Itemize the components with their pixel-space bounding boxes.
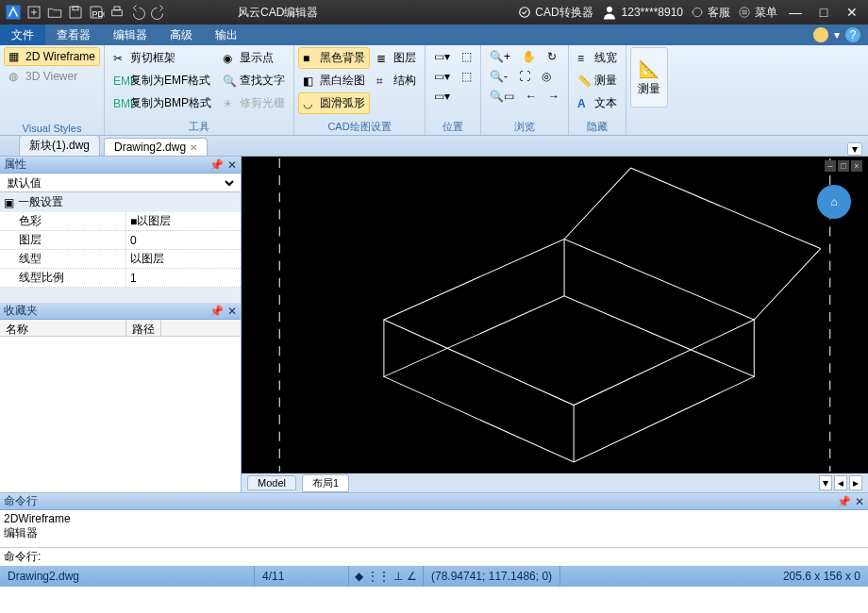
- chevron-down-icon[interactable]: ▾: [819, 475, 832, 490]
- new-icon[interactable]: [25, 3, 43, 22]
- crop-frame-button[interactable]: ✂剪切框架: [108, 47, 216, 69]
- pos-btn-1[interactable]: ▭▾: [429, 47, 455, 66]
- help-icon[interactable]: ?: [845, 27, 860, 42]
- view-cube[interactable]: ⌂: [817, 185, 851, 219]
- open-icon[interactable]: [45, 3, 64, 22]
- grid-icon[interactable]: ⋮⋮: [367, 570, 390, 583]
- menu-viewer[interactable]: 查看器: [45, 25, 102, 45]
- properties-category[interactable]: ▣一般设置: [0, 192, 241, 212]
- text-button[interactable]: A文本: [573, 92, 622, 114]
- pin-icon[interactable]: 📌: [209, 158, 224, 172]
- prop-row-color[interactable]: 色彩■ 以图层: [0, 212, 241, 231]
- menu-file[interactable]: 文件: [0, 25, 45, 45]
- doc-tab-1[interactable]: 新块(1).dwg: [19, 135, 100, 156]
- pos-btn-3[interactable]: ▭▾: [429, 87, 455, 106]
- ribbon-visual-styles: ▦2D Wireframe ◍3D Viewer Visual Styles: [0, 45, 105, 135]
- bw-icon: ◧: [303, 75, 316, 88]
- drawing-viewport[interactable]: [242, 157, 868, 473]
- ortho-icon[interactable]: ⊥: [393, 570, 403, 583]
- redo-icon[interactable]: [149, 3, 168, 22]
- support-button[interactable]: 客服: [691, 5, 730, 21]
- trim-ray-button[interactable]: ☀修剪光栅: [218, 92, 290, 114]
- orbit-button[interactable]: ◎: [537, 67, 556, 86]
- close-icon[interactable]: ✕: [227, 305, 237, 318]
- save-pdf-icon[interactable]: PDF: [87, 3, 106, 22]
- minimize-button[interactable]: —: [785, 3, 806, 22]
- copy-emf-button[interactable]: EMF复制为EMF格式: [108, 70, 216, 91]
- prop-row-layer[interactable]: 图层0: [0, 231, 241, 250]
- crop-icon: ✂: [113, 52, 126, 65]
- smooth-arc-button[interactable]: ◡圆滑弧形: [298, 92, 370, 114]
- black-bg-button[interactable]: ■黑色背景: [298, 47, 370, 69]
- app-icon[interactable]: [4, 3, 23, 22]
- zoom-in-button[interactable]: 🔍+: [485, 47, 515, 66]
- pos-btn-2[interactable]: ▭▾: [429, 67, 455, 86]
- prev-view-button[interactable]: ←: [521, 87, 542, 106]
- measure-big-button[interactable]: 📐 测量: [630, 47, 668, 108]
- close-icon[interactable]: ✕: [227, 158, 237, 172]
- viewport-controls: – □ ×: [825, 160, 862, 172]
- command-input[interactable]: [41, 552, 864, 563]
- polar-icon[interactable]: ∠: [407, 570, 417, 583]
- measure-button[interactable]: 📏测量: [573, 70, 622, 91]
- default-select[interactable]: 默认值: [4, 175, 237, 191]
- properties-grid: ▣一般设置 色彩■ 以图层 图层0 线型以图层 线型比例1: [0, 192, 241, 288]
- find-text-button[interactable]: 🔍查找文字: [218, 70, 290, 91]
- prop-row-linescale[interactable]: 线型比例1: [0, 269, 241, 288]
- max-viewport-icon[interactable]: □: [838, 160, 849, 172]
- menu-editor[interactable]: 编辑器: [102, 25, 159, 45]
- close-icon[interactable]: ✕: [190, 142, 197, 153]
- close-viewport-icon[interactable]: ×: [851, 160, 862, 172]
- fit-button[interactable]: ⛶: [514, 67, 535, 86]
- doc-tab-2[interactable]: Drawing2.dwg✕: [104, 138, 208, 156]
- structure-icon: ⌗: [376, 75, 390, 88]
- fav-col-name[interactable]: 名称: [0, 320, 126, 336]
- copy-bmp-button[interactable]: BMP复制为BMP格式: [108, 92, 216, 114]
- doctabs-chevron[interactable]: ▾: [847, 142, 862, 156]
- bw-drawing-button[interactable]: ◧黑白绘图: [298, 70, 370, 91]
- menu-advanced[interactable]: 高级: [159, 25, 204, 45]
- undo-icon[interactable]: [128, 3, 147, 22]
- command-header: 命令行 📌 ✕: [0, 493, 868, 510]
- prop-row-linetype[interactable]: 线型以图层: [0, 250, 241, 269]
- tab-layout1[interactable]: 布局1: [302, 474, 349, 492]
- linewidth-button[interactable]: ≡线宽: [573, 47, 622, 69]
- canvas-area: – □ × ⌂ Model 布局1 ▾: [242, 157, 868, 492]
- converter-button[interactable]: CAD转换器: [518, 5, 593, 21]
- scroll-left-icon[interactable]: ◂: [834, 475, 847, 490]
- rotate-button[interactable]: ↻: [542, 47, 561, 66]
- collapse-icon[interactable]: ▣: [4, 196, 14, 209]
- pin-icon[interactable]: 📌: [837, 495, 851, 508]
- close-button[interactable]: ✕: [842, 3, 862, 22]
- svg-point-6: [520, 8, 530, 18]
- style-icon[interactable]: [813, 27, 828, 42]
- fav-col-path[interactable]: 路径: [126, 320, 161, 336]
- pos-btn-5[interactable]: ⬚: [457, 67, 476, 86]
- viewer-3d-button[interactable]: ◍3D Viewer: [4, 67, 100, 86]
- save-icon[interactable]: [66, 3, 85, 22]
- scroll-right-icon[interactable]: ▸: [849, 475, 862, 490]
- zoom-out-button[interactable]: 🔍-: [485, 67, 512, 86]
- pan-button[interactable]: ✋: [517, 47, 541, 66]
- next-view-button[interactable]: →: [543, 87, 564, 106]
- wireframe-2d-button[interactable]: ▦2D Wireframe: [4, 47, 100, 66]
- menu-export[interactable]: 输出: [204, 25, 249, 45]
- menu-button[interactable]: 菜单: [738, 5, 777, 21]
- structure-button[interactable]: ⌗结构: [372, 70, 421, 91]
- zoom-window-button[interactable]: 🔍▭: [485, 87, 519, 106]
- pos-btn-4[interactable]: ⬚: [457, 47, 476, 66]
- pin-icon[interactable]: 📌: [209, 305, 224, 318]
- properties-selector[interactable]: 默认值: [0, 174, 241, 192]
- snap-icon[interactable]: ◆: [355, 570, 363, 583]
- min-viewport-icon[interactable]: –: [825, 160, 836, 172]
- close-icon[interactable]: ✕: [855, 495, 864, 508]
- tab-model[interactable]: Model: [247, 475, 296, 490]
- svg-rect-5: [114, 7, 120, 10]
- user-account[interactable]: 123****8910: [601, 4, 683, 21]
- maximize-button[interactable]: □: [813, 3, 834, 22]
- chevron-down-icon[interactable]: ▾: [834, 28, 840, 41]
- layers-button[interactable]: ≣图层: [372, 47, 421, 69]
- show-point-button[interactable]: ◉显示点: [218, 47, 290, 69]
- print-icon[interactable]: [108, 3, 126, 22]
- menu-bar: 文件 查看器 编辑器 高级 输出 ▾ ?: [0, 25, 868, 45]
